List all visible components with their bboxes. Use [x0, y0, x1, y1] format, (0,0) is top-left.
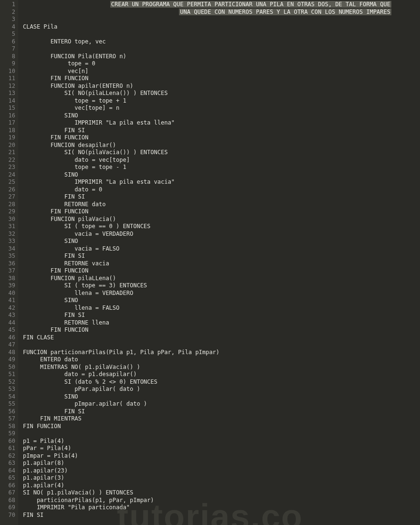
line-number: 18 — [0, 127, 15, 135]
code-line[interactable]: FIN CLASE — [23, 334, 420, 342]
line-number: 6 — [0, 38, 15, 46]
code-line[interactable]: FIN SI — [23, 252, 420, 260]
line-number: 70 — [0, 512, 15, 519]
line-number: 66 — [0, 482, 15, 490]
code-line[interactable]: FIN FUNCION — [23, 75, 420, 83]
code-line[interactable]: CREAR UN PROGRAMA QUE PERMITA PARTICIONA… — [23, 1, 420, 9]
code-line[interactable]: FIN FUNCION — [23, 134, 420, 142]
code-line[interactable]: tope = 0 — [23, 60, 420, 68]
code-line[interactable]: RETORNE dato — [23, 201, 420, 209]
code-line[interactable]: SI NO( p1.pilaVacia() ) ENTONCES — [23, 489, 420, 497]
line-number: 1 — [0, 1, 15, 9]
line-number: 53 — [0, 386, 15, 393]
code-line[interactable]: SINO — [23, 297, 420, 304]
code-line[interactable]: FIN FUNCION — [23, 267, 420, 275]
code-line[interactable]: p1.apilar(4) — [23, 482, 420, 490]
code-line[interactable]: MIENTRAS NO( p1.pilaVacia() ) — [23, 364, 420, 371]
code-line[interactable]: vec[tope] = n — [23, 105, 420, 112]
line-number: 58 — [0, 423, 15, 430]
line-number: 40 — [0, 290, 15, 297]
line-number: 15 — [0, 105, 15, 112]
code-line[interactable]: FUNCION desapilar() — [23, 142, 420, 149]
code-line[interactable] — [23, 16, 420, 23]
code-line[interactable]: FUNCION apilar(ENTERO n) — [23, 83, 420, 90]
code-line[interactable]: llena = FALSO — [23, 304, 420, 312]
code-line[interactable]: RETORNE vacia — [23, 260, 420, 268]
line-number: 9 — [0, 60, 15, 68]
code-line[interactable]: dato = p1.desapilar() — [23, 371, 420, 378]
code-line[interactable]: SINO — [23, 238, 420, 245]
line-number: 20 — [0, 142, 15, 149]
code-line[interactable]: SINO — [23, 171, 420, 179]
line-number: 32 — [0, 231, 15, 238]
code-line[interactable]: p1.apilar(3) — [23, 474, 420, 482]
code-line[interactable]: FIN SI — [23, 193, 420, 201]
line-number: 38 — [0, 275, 15, 283]
code-line[interactable]: SI ( tope == 0 ) ENTONCES — [23, 223, 420, 231]
line-number: 68 — [0, 497, 15, 504]
code-line[interactable] — [23, 31, 420, 38]
line-number: 57 — [0, 415, 15, 423]
code-line[interactable]: vec[n] — [23, 68, 420, 75]
code-line[interactable]: FIN MIENTRAS — [23, 415, 420, 423]
code-line[interactable]: llena = VERDADERO — [23, 290, 420, 297]
code-line[interactable] — [23, 341, 420, 349]
code-line[interactable]: FIN SI — [23, 408, 420, 416]
code-line[interactable]: IMPRIMIR "La pila esta vacia" — [23, 178, 420, 186]
line-number: 56 — [0, 408, 15, 416]
line-number: 3 — [0, 16, 15, 23]
line-number: 61 — [0, 445, 15, 452]
line-number: 21 — [0, 149, 15, 157]
code-line[interactable]: RETORNE llena — [23, 319, 420, 327]
code-line[interactable]: p1.apilar(8) — [23, 460, 420, 467]
code-line[interactable]: dato = vec[tope] — [23, 157, 420, 164]
code-line[interactable]: IMPRIMIR "La pila esta llena" — [23, 119, 420, 127]
code-line[interactable]: vacia = FALSO — [23, 245, 420, 253]
code-line[interactable]: ENTERO tope, vec — [23, 38, 420, 46]
code-line[interactable] — [23, 45, 420, 53]
line-number: 35 — [0, 252, 15, 260]
line-number: 4 — [0, 23, 15, 31]
code-line[interactable]: ENTERO dato — [23, 356, 420, 364]
code-line[interactable]: SI( NO(pilaVacia()) ) ENTONCES — [23, 149, 420, 157]
code-line[interactable]: FIN FUNCION — [23, 208, 420, 216]
code-line[interactable]: pImpar.apilar( dato ) — [23, 400, 420, 408]
code-line[interactable]: pPar.apilar( dato ) — [23, 386, 420, 393]
code-line[interactable]: SI( NO(pilaLLena()) ) ENTONCES — [23, 90, 420, 97]
code-line[interactable]: SINO — [23, 112, 420, 120]
code-line[interactable]: p1 = Pila(4) — [23, 438, 420, 445]
code-line[interactable]: FUNCION pilaVacia() — [23, 216, 420, 223]
code-line[interactable]: pImpar = Pila(4) — [23, 452, 420, 460]
code-line[interactable]: FUNCION particionarPilas(Pila p1, Pila p… — [23, 349, 420, 357]
code-line[interactable] — [23, 430, 420, 438]
line-number: 19 — [0, 134, 15, 142]
code-line[interactable]: tope = tope - 1 — [23, 164, 420, 171]
code-line[interactable]: vacia = VERDADERO — [23, 231, 420, 238]
code-line[interactable]: FUNCION pilaLLena() — [23, 275, 420, 283]
code-line[interactable]: FIN SI — [23, 512, 420, 519]
code-line[interactable]: FUNCION Pila(ENTERO n) — [23, 53, 420, 61]
code-line[interactable]: UNA QUEDE CON NUMEROS PARES Y LA OTRA CO… — [23, 9, 420, 16]
line-number: 41 — [0, 297, 15, 304]
code-line[interactable]: FIN SI — [23, 127, 420, 135]
code-editor[interactable]: 1234567891011121314151617181920212223242… — [0, 0, 420, 525]
line-number: 16 — [0, 112, 15, 120]
code-line[interactable]: dato = 0 — [23, 186, 420, 194]
code-line[interactable]: FIN FUNCION — [23, 423, 420, 430]
line-number: 10 — [0, 68, 15, 75]
code-line[interactable]: particionarPilas(p1, pPar, pImpar) — [23, 497, 420, 504]
code-line[interactable]: CLASE Pila — [23, 23, 420, 31]
line-number: 26 — [0, 186, 15, 194]
code-line[interactable]: tope = tope + 1 — [23, 97, 420, 105]
code-line[interactable]: SI ( tope == 3) ENTONCES — [23, 282, 420, 290]
code-area[interactable]: CREAR UN PROGRAMA QUE PERMITA PARTICIONA… — [18, 0, 420, 525]
code-line[interactable]: pPar = Pila(4) — [23, 445, 420, 452]
code-line[interactable]: FIN FUNCION — [23, 326, 420, 334]
code-line[interactable]: SINO — [23, 393, 420, 401]
code-line[interactable]: p1.apilar(23) — [23, 467, 420, 475]
code-line[interactable]: SI (dato % 2 <> 0) ENTONCES — [23, 378, 420, 386]
line-number: 30 — [0, 216, 15, 223]
code-line[interactable]: FIN SI — [23, 312, 420, 319]
line-number: 49 — [0, 356, 15, 364]
code-line[interactable]: IMPRIMIR "Pila particonada" — [23, 504, 420, 512]
